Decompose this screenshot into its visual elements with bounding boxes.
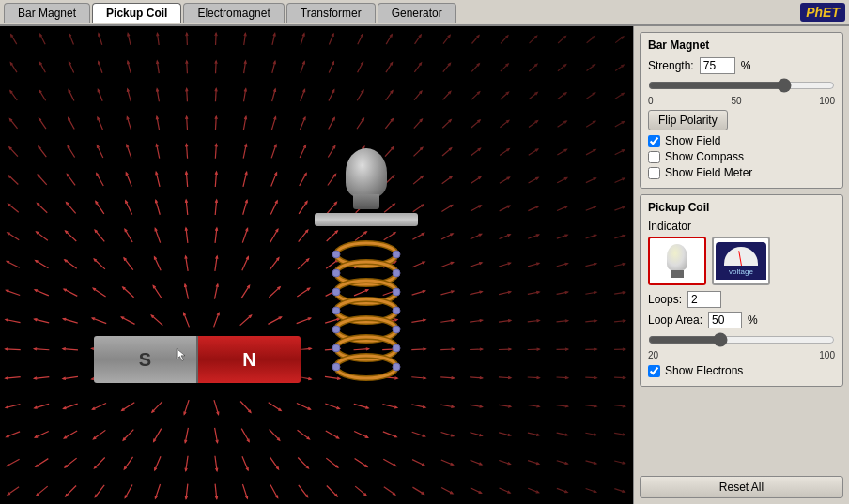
show-field-meter-checkbox[interactable] (648, 167, 660, 179)
svg-line-39 (501, 64, 508, 71)
svg-line-3 (99, 34, 102, 45)
svg-line-286 (122, 403, 134, 411)
svg-line-355 (215, 484, 217, 499)
flip-polarity-button[interactable]: Flip Polarity (648, 110, 728, 130)
svg-line-277 (499, 377, 511, 378)
svg-line-20 (587, 37, 594, 43)
svg-line-42 (586, 65, 594, 71)
bar-magnet[interactable]: S N (94, 336, 301, 383)
svg-line-169 (441, 234, 453, 239)
svg-line-98 (300, 145, 305, 158)
svg-line-69 (98, 117, 102, 130)
svg-line-148 (471, 206, 481, 211)
svg-line-22 (10, 63, 17, 72)
svg-line-325 (614, 433, 625, 435)
svg-line-331 (155, 456, 161, 470)
svg-line-62 (529, 93, 537, 99)
bar-magnet-panel: Bar Magnet Strength: % 0 50 100 Flip Pol… (640, 32, 843, 189)
svg-line-52 (244, 89, 246, 101)
svg-point-390 (332, 363, 340, 371)
svg-line-59 (443, 91, 451, 99)
svg-line-161 (215, 228, 217, 243)
svg-line-228 (240, 315, 252, 326)
svg-line-244 (63, 349, 78, 350)
reset-all-button[interactable]: Reset All (640, 476, 843, 498)
svg-line-67 (39, 118, 45, 129)
svg-line-55 (329, 90, 334, 101)
loops-row: Loops: (648, 291, 835, 308)
show-electrons-label[interactable]: Show Electrons (665, 364, 743, 377)
svg-line-287 (152, 402, 162, 413)
loops-input[interactable] (687, 291, 721, 308)
show-field-label[interactable]: Show Field (665, 134, 720, 147)
strength-input[interactable] (700, 57, 735, 74)
svg-line-213 (440, 291, 453, 295)
svg-line-193 (499, 263, 510, 267)
svg-line-218 (585, 292, 596, 294)
svg-line-141 (270, 201, 277, 214)
right-panel: Bar Magnet Strength: % 0 50 100 Flip Pol… (633, 26, 849, 504)
loops-label: Loops: (648, 293, 682, 306)
indicator-bulb-option[interactable] (648, 237, 706, 285)
svg-line-38 (471, 64, 479, 72)
svg-line-312 (241, 429, 249, 442)
svg-line-160 (186, 228, 188, 243)
tab-pickup-coil[interactable]: Pickup Coil (92, 3, 181, 23)
svg-line-192 (471, 263, 482, 267)
svg-line-76 (301, 117, 305, 130)
show-compass-label[interactable]: Show Compass (665, 150, 744, 163)
svg-line-173 (557, 235, 567, 238)
svg-line-19 (558, 37, 565, 43)
svg-line-324 (585, 433, 596, 435)
svg-line-227 (214, 313, 219, 327)
svg-line-27 (157, 61, 159, 73)
svg-line-118 (243, 172, 247, 187)
tab-bar-magnet[interactable]: Bar Magnet (4, 3, 90, 23)
svg-line-70 (127, 117, 131, 130)
show-field-checkbox[interactable] (648, 135, 660, 147)
tab-generator[interactable]: Generator (378, 3, 456, 23)
svg-line-196 (585, 264, 595, 267)
svg-line-156 (66, 231, 77, 241)
svg-line-132 (8, 204, 19, 212)
svg-line-352 (125, 484, 132, 497)
svg-line-199 (35, 290, 49, 296)
svg-line-299 (499, 405, 511, 406)
tab-electromagnet[interactable]: Electromagnet (183, 3, 284, 23)
svg-line-219 (614, 292, 625, 294)
show-field-meter-label[interactable]: Show Field Meter (665, 166, 752, 179)
strength-slider[interactable] (648, 78, 835, 93)
svg-line-56 (357, 90, 363, 100)
svg-line-322 (528, 433, 539, 435)
svg-line-112 (67, 174, 75, 185)
svg-line-28 (187, 61, 188, 73)
svg-line-200 (64, 289, 77, 296)
svg-line-63 (558, 93, 566, 99)
svg-line-91 (97, 145, 102, 158)
svg-line-201 (93, 288, 105, 297)
indicator-voltmeter-option[interactable]: voltage (712, 237, 770, 285)
phet-logo: PhET (800, 3, 845, 22)
loop-area-input[interactable] (708, 312, 742, 328)
svg-line-239 (557, 321, 568, 322)
svg-line-255 (440, 349, 454, 350)
svg-point-392 (393, 269, 400, 277)
svg-line-162 (242, 228, 247, 242)
svg-line-198 (7, 290, 21, 295)
svg-line-40 (529, 64, 537, 71)
loop-area-slider-labels: 20 100 (648, 350, 835, 360)
svg-point-389 (332, 344, 340, 352)
show-compass-checkbox[interactable] (648, 151, 660, 163)
loop-area-slider[interactable] (648, 332, 835, 347)
tab-transformer[interactable]: Transformer (286, 3, 376, 23)
svg-line-215 (499, 292, 511, 295)
svg-line-129 (557, 178, 567, 183)
svg-line-48 (128, 89, 131, 101)
svg-line-326 (7, 459, 19, 466)
svg-line-341 (441, 460, 454, 465)
show-electrons-checkbox[interactable] (648, 365, 660, 377)
svg-line-342 (471, 460, 482, 465)
svg-line-83 (500, 120, 508, 127)
svg-line-309 (154, 429, 162, 442)
svg-line-147 (441, 205, 452, 211)
